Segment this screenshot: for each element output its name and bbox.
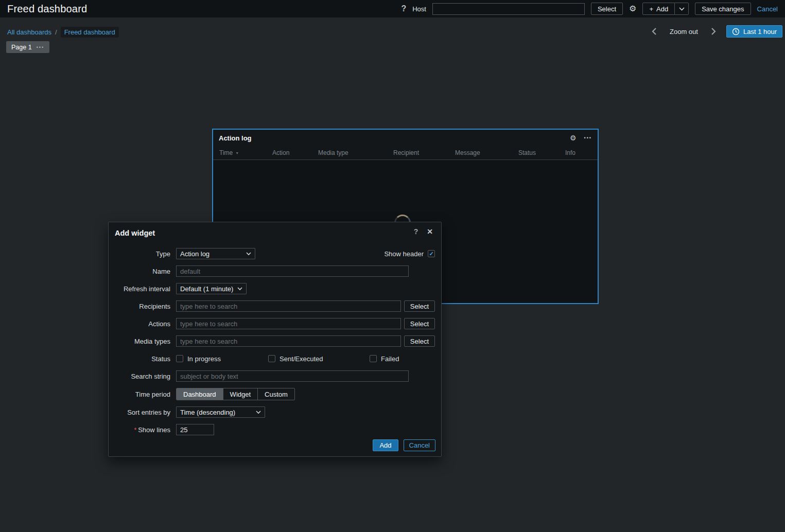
add-widget-button[interactable]: +Add: [642, 3, 675, 15]
column-header-message[interactable]: Message: [455, 149, 518, 156]
sent-executed-checkbox[interactable]: [268, 355, 275, 362]
refresh-interval-label: Refresh interval: [115, 285, 170, 293]
time-period-custom-option[interactable]: Custom: [258, 388, 294, 400]
column-header-recipient[interactable]: Recipient: [393, 149, 455, 156]
form-row-status: Status In progress Sent/Executed Failed: [115, 353, 435, 364]
widget-more-icon[interactable]: •••: [584, 135, 592, 140]
time-navigation: Zoom out Last 1 hour: [648, 25, 782, 38]
column-header-media-type-label: Media type: [318, 149, 348, 156]
column-header-info-label: Info: [565, 149, 575, 156]
widget-column-headers: Time ▼ Action Media type Recipient Messa…: [213, 146, 598, 160]
top-bar: Freed dashboard ? Host Select ⚙ +Add Sav…: [0, 0, 785, 17]
add-widget-dialog: Add widget ? ✕ Type Action log Show head…: [108, 222, 442, 457]
time-period-widget-option[interactable]: Widget: [223, 388, 258, 400]
show-lines-input[interactable]: [176, 424, 214, 435]
actions-input[interactable]: [176, 318, 401, 329]
breadcrumb-all-dashboards[interactable]: All dashboards: [7, 28, 51, 36]
actions-select-button[interactable]: Select: [404, 318, 435, 329]
form-row-time-period: Time period Dashboard Widget Custom: [115, 388, 435, 400]
status-label: Status: [115, 355, 170, 363]
column-header-time[interactable]: Time ▼: [219, 149, 272, 156]
chevron-left-icon: [652, 27, 657, 36]
refresh-interval-select[interactable]: Default (1 minute): [176, 283, 247, 294]
in-progress-label: In progress: [187, 355, 221, 363]
plus-icon: +: [649, 5, 653, 13]
breadcrumb: All dashboards / Freed dashboard: [7, 27, 119, 38]
in-progress-checkbox[interactable]: [176, 355, 183, 362]
chevron-down-icon: [679, 7, 685, 11]
sort-down-icon: ▼: [235, 151, 239, 155]
failed-label: Failed: [381, 355, 399, 363]
gear-icon[interactable]: ⚙: [629, 5, 636, 13]
time-range-button[interactable]: Last 1 hour: [726, 25, 782, 38]
column-header-action[interactable]: Action: [272, 149, 318, 156]
name-label: Name: [115, 268, 170, 275]
media-types-select-button[interactable]: Select: [404, 335, 435, 347]
dialog-cancel-button[interactable]: Cancel: [404, 439, 435, 451]
form-row-name: Name: [115, 265, 435, 277]
time-period-dashboard-option[interactable]: Dashboard: [177, 388, 223, 400]
media-types-input[interactable]: [176, 335, 401, 347]
page-tab[interactable]: Page 1 •••: [6, 41, 49, 53]
column-header-media-type[interactable]: Media type: [318, 149, 393, 156]
search-string-label: Search string: [115, 373, 170, 380]
chevron-down-icon: [246, 252, 251, 256]
widget-gear-icon[interactable]: ⚙: [570, 134, 577, 141]
page-tab-more-icon[interactable]: •••: [37, 45, 44, 50]
chevron-down-icon: [256, 411, 261, 414]
widget-header-icons: ⚙ •••: [570, 134, 592, 141]
show-lines-label: *Show lines: [115, 426, 170, 434]
type-select[interactable]: Action log: [176, 248, 255, 259]
host-input[interactable]: [432, 3, 585, 15]
dialog-footer: Add Cancel: [373, 439, 435, 451]
widget-header: Action log ⚙ •••: [213, 130, 598, 146]
recipients-label: Recipients: [115, 303, 170, 310]
show-header-checkbox[interactable]: ✓: [428, 250, 435, 257]
time-range-label: Last 1 hour: [743, 28, 777, 36]
chevron-right-icon: [711, 27, 716, 36]
chevron-down-icon: [237, 287, 242, 291]
sent-executed-label: Sent/Executed: [280, 355, 323, 363]
clock-icon: [732, 28, 740, 36]
dialog-close-icon[interactable]: ✕: [427, 227, 433, 236]
add-button-label: Add: [656, 5, 668, 13]
search-string-input[interactable]: [176, 370, 409, 382]
page-title: Freed dashboard: [7, 3, 87, 15]
add-split-button: +Add: [642, 3, 689, 15]
breadcrumb-current-box: Freed dashboard: [61, 27, 119, 38]
page-tab-label: Page 1: [11, 44, 32, 51]
zoom-out-button[interactable]: Zoom out: [670, 28, 698, 36]
cancel-edit-link[interactable]: Cancel: [757, 5, 778, 13]
media-types-label: Media types: [115, 338, 170, 345]
sort-entries-select[interactable]: Time (descending): [176, 406, 265, 418]
dialog-add-button[interactable]: Add: [373, 439, 398, 451]
name-input[interactable]: [176, 265, 409, 277]
column-header-info[interactable]: Info: [565, 149, 575, 156]
column-header-status[interactable]: Status: [518, 149, 565, 156]
widget-title: Action log: [219, 134, 252, 142]
failed-checkbox[interactable]: [370, 355, 377, 362]
add-dropdown-button[interactable]: [675, 3, 689, 15]
status-in-progress-group: In progress: [176, 355, 268, 363]
status-sent-executed-group: Sent/Executed: [268, 355, 370, 363]
recipients-select-button[interactable]: Select: [404, 300, 435, 312]
form-row-show-lines: *Show lines: [115, 424, 435, 435]
column-header-recipient-label: Recipient: [393, 149, 419, 156]
show-header-group: Show header ✓: [384, 250, 435, 258]
form-row-refresh-interval: Refresh interval Default (1 minute): [115, 283, 435, 294]
breadcrumb-current-dashboard[interactable]: Freed dashboard: [64, 28, 115, 36]
dialog-header-icons: ? ✕: [414, 227, 433, 236]
column-header-status-label: Status: [518, 149, 536, 156]
form-row-recipients: Recipients Select: [115, 300, 435, 312]
help-icon[interactable]: ?: [401, 4, 406, 13]
dialog-help-icon[interactable]: ?: [414, 227, 418, 236]
host-select-button[interactable]: Select: [591, 3, 623, 15]
type-select-value: Action log: [180, 250, 210, 258]
save-changes-button[interactable]: Save changes: [695, 3, 751, 15]
time-forward-button[interactable]: [707, 25, 720, 38]
time-back-button[interactable]: [648, 25, 661, 38]
recipients-input[interactable]: [176, 300, 401, 312]
time-period-label: Time period: [115, 391, 170, 398]
dialog-form: Type Action log Show header ✓ Name Refre…: [109, 248, 441, 435]
dialog-title: Add widget: [109, 222, 441, 237]
